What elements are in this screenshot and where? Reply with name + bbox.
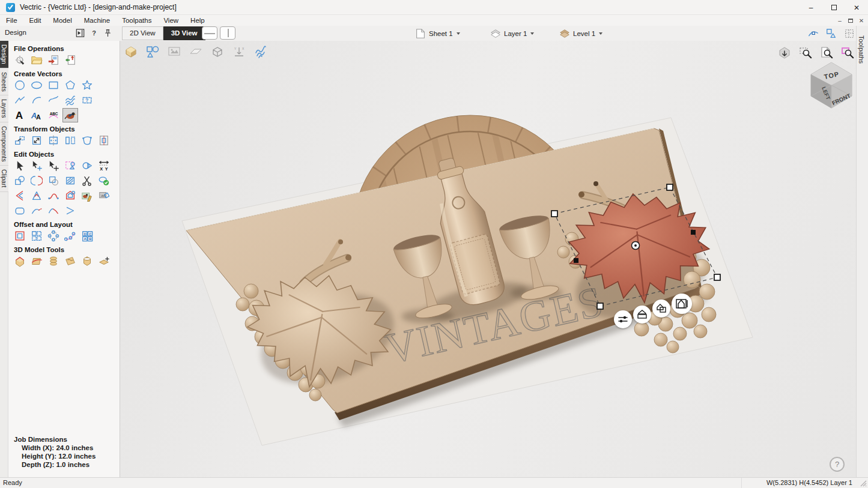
fillet-icon[interactable]: [12, 173, 28, 188]
snap-vector-icon[interactable]: [825, 27, 838, 40]
level-dropdown[interactable]: Level 1: [559, 28, 602, 40]
texture-model-icon[interactable]: [62, 254, 78, 268]
model-scene[interactable]: VINTAGES: [120, 41, 856, 477]
mdi-minimize-icon[interactable]: –: [836, 17, 844, 24]
fit-curve-icon[interactable]: [46, 188, 61, 203]
scissors-icon[interactable]: [79, 173, 95, 188]
circle-icon[interactable]: [12, 78, 28, 92]
measure-xy-icon[interactable]: XY: [96, 158, 112, 173]
auto-text-icon[interactable]: AA: [29, 108, 44, 122]
side-tab-components[interactable]: Components: [0, 122, 8, 166]
menu-model[interactable]: Model: [47, 16, 77, 25]
hatch-icon[interactable]: [62, 173, 78, 188]
layer-dropdown[interactable]: Layer 1: [490, 28, 534, 40]
split-vertical-icon[interactable]: [220, 26, 235, 40]
offset-vector-icon[interactable]: [62, 188, 78, 203]
split-horizontal-icon[interactable]: [202, 26, 217, 40]
select-icon[interactable]: [12, 158, 28, 173]
ellipse-icon[interactable]: [29, 78, 44, 92]
validate-icon[interactable]: [96, 173, 112, 188]
flip-icon[interactable]: [62, 133, 78, 148]
copy-along-curve-icon[interactable]: [62, 229, 78, 243]
pin-icon[interactable]: [103, 28, 113, 38]
bounding-box-icon[interactable]: ?: [79, 93, 95, 107]
rounded-rect-icon[interactable]: [12, 203, 28, 218]
star-icon[interactable]: [79, 78, 95, 92]
curve-icon[interactable]: [46, 93, 61, 107]
crop-bitmap-icon[interactable]: [96, 188, 112, 203]
side-tab-layers[interactable]: Layers: [0, 95, 8, 122]
import-vectors-icon[interactable]: [46, 53, 61, 67]
move-icon[interactable]: [12, 133, 28, 148]
adjust-sliders-icon[interactable]: [614, 310, 632, 328]
mirror-icon[interactable]: [46, 133, 61, 148]
import-model-icon[interactable]: [96, 254, 112, 268]
sheet-dropdown[interactable]: Sheet 1: [414, 28, 460, 40]
create-shape-icon[interactable]: [12, 254, 28, 268]
view-cube[interactable]: TOP LEFT FRONT: [809, 61, 854, 109]
menu-machine[interactable]: Machine: [78, 16, 116, 25]
crop-vectors-icon[interactable]: [46, 173, 61, 188]
turn-model-icon[interactable]: [79, 254, 95, 268]
distort-icon[interactable]: [79, 133, 95, 148]
tab-toolpaths[interactable]: Toolpaths: [857, 31, 866, 68]
weld-icon[interactable]: [79, 158, 95, 173]
close-icon[interactable]: ✕: [845, 0, 868, 15]
help-icon[interactable]: ?: [89, 28, 99, 38]
sharp-corner-icon[interactable]: [12, 188, 28, 203]
menu-toolpaths[interactable]: Toolpaths: [116, 16, 157, 25]
collapse-panel-icon[interactable]: [75, 28, 85, 38]
extract-slices-icon[interactable]: [46, 254, 61, 268]
tab-2d-view[interactable]: 2D View: [122, 26, 163, 40]
menu-view[interactable]: View: [157, 16, 184, 25]
nesting-icon[interactable]: DCAB: [79, 229, 95, 243]
polyline-icon[interactable]: [12, 93, 28, 107]
job-setup-icon[interactable]: [12, 53, 28, 67]
array-copy-icon[interactable]: [29, 229, 44, 243]
polygon-icon[interactable]: [62, 78, 78, 92]
edit-picture-icon[interactable]: [79, 188, 95, 203]
tab-3d-view[interactable]: 3D View: [163, 26, 205, 40]
maximize-icon[interactable]: [822, 0, 845, 15]
open-file-icon[interactable]: [29, 53, 44, 67]
rectangle-icon[interactable]: [46, 78, 61, 92]
snap-geometry-icon[interactable]: [807, 27, 820, 40]
clipart-bird-icon[interactable]: [62, 108, 78, 122]
resize-grip[interactable]: [860, 480, 867, 487]
extend-curve-icon[interactable]: [29, 203, 44, 218]
combine-add-icon[interactable]: [633, 306, 651, 324]
viewport-help-button[interactable]: ?: [830, 457, 845, 472]
mdi-restore-icon[interactable]: [846, 17, 855, 24]
3d-viewport[interactable]: YX: [120, 41, 856, 477]
transform-select-icon[interactable]: [46, 158, 61, 173]
slice-model-icon[interactable]: [29, 254, 44, 268]
menu-file[interactable]: File: [0, 16, 23, 25]
snap-grid-icon[interactable]: [843, 27, 856, 40]
minimize-icon[interactable]: –: [800, 0, 822, 15]
side-tab-sheets[interactable]: Sheets: [0, 68, 8, 96]
side-tab-design[interactable]: Design: [0, 41, 8, 68]
circular-array-icon[interactable]: [46, 229, 61, 243]
trim-icon[interactable]: [29, 173, 44, 188]
menu-edit[interactable]: Edit: [23, 16, 47, 25]
group-select-icon[interactable]: [62, 158, 78, 173]
join-curve-icon[interactable]: [46, 203, 61, 218]
svg-text:Y: Y: [105, 166, 108, 172]
text-on-curve-icon[interactable]: ABC: [46, 108, 61, 122]
menu-help[interactable]: Help: [184, 16, 211, 25]
mdi-close-icon[interactable]: ✕: [857, 17, 866, 24]
node-edit-icon[interactable]: [29, 158, 44, 173]
side-tab-clipart[interactable]: Clipart: [0, 166, 8, 191]
text-icon[interactable]: A: [12, 108, 28, 122]
job-width: Width (X): 24.0 inches: [22, 444, 96, 452]
align-icon[interactable]: [96, 133, 112, 148]
export-vectors-icon[interactable]: [62, 53, 78, 67]
texture-icon[interactable]: [62, 93, 78, 107]
scale-icon[interactable]: [29, 133, 44, 148]
combine-subtract-icon[interactable]: [652, 300, 670, 318]
arc-icon[interactable]: [29, 93, 44, 107]
notch-icon[interactable]: [29, 188, 44, 203]
combine-merge-icon[interactable]: [672, 294, 692, 314]
offset-icon[interactable]: [12, 229, 28, 243]
chevron-icon[interactable]: [62, 203, 78, 218]
